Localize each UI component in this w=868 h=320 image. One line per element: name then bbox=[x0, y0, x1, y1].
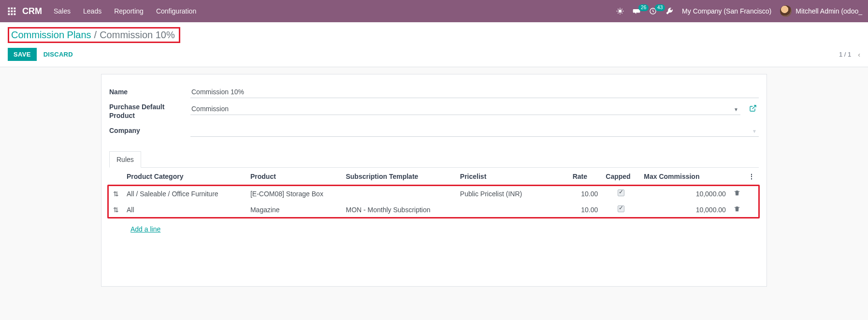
table-row[interactable]: ⇅AllMagazineMON - Monthly Subscription10… bbox=[109, 202, 759, 218]
external-link-icon[interactable] bbox=[747, 104, 759, 114]
row-purchase-product: Purchase Default Product ▼ bbox=[109, 103, 759, 120]
breadcrumb: Commission Plans / Commission 10% bbox=[11, 29, 175, 41]
drag-handle-icon[interactable]: ⇅ bbox=[109, 202, 123, 218]
col-handle bbox=[109, 168, 123, 186]
col-trash bbox=[730, 168, 744, 186]
discard-button[interactable]: DISCARD bbox=[43, 51, 73, 58]
debug-icon[interactable] bbox=[616, 7, 624, 15]
capped-checkbox[interactable] bbox=[618, 189, 624, 196]
menu-reporting[interactable]: Reporting bbox=[114, 7, 144, 15]
trash-icon bbox=[734, 205, 740, 212]
tabs: Rules bbox=[109, 151, 759, 168]
cell-capped[interactable] bbox=[602, 186, 640, 202]
svg-line-11 bbox=[752, 105, 756, 109]
field-company: ▼ bbox=[190, 125, 759, 137]
apps-icon[interactable] bbox=[6, 5, 17, 17]
table-header-row: Product Category Product Subscription Te… bbox=[109, 168, 759, 186]
label-company: Company bbox=[109, 127, 190, 135]
pager: 1 / 1 ‹ bbox=[839, 51, 860, 58]
row-company: Company ▼ bbox=[109, 125, 759, 137]
svg-point-9 bbox=[619, 10, 622, 13]
activities-icon[interactable]: 43 bbox=[649, 7, 657, 15]
svg-rect-4 bbox=[11, 11, 13, 13]
col-capped[interactable]: Capped bbox=[602, 168, 640, 186]
rules-table: Product Category Product Subscription Te… bbox=[109, 168, 759, 241]
messaging-icon[interactable]: 26 bbox=[633, 7, 640, 15]
save-button[interactable]: SAVE bbox=[8, 48, 37, 61]
activities-badge: 43 bbox=[655, 4, 665, 11]
field-name bbox=[190, 86, 759, 98]
menu-configuration[interactable]: Configuration bbox=[156, 7, 196, 15]
cell-subscription-template[interactable]: MON - Monthly Subscription bbox=[342, 202, 456, 218]
breadcrumb-highlight: Commission Plans / Commission 10% bbox=[8, 27, 180, 43]
cell-product[interactable]: Magazine bbox=[246, 202, 342, 218]
company-switcher[interactable]: My Company (San Francisco) bbox=[682, 7, 771, 15]
svg-rect-6 bbox=[8, 14, 10, 15]
cell-pricelist[interactable] bbox=[456, 202, 569, 218]
form-sheet: Name Purchase Default Product ▼ Company bbox=[101, 74, 767, 287]
breadcrumb-sep: / bbox=[94, 29, 97, 41]
purchase-product-input[interactable] bbox=[190, 103, 740, 115]
table-footer-row: Add a line bbox=[109, 218, 759, 241]
capped-checkbox[interactable] bbox=[618, 205, 624, 212]
svg-rect-2 bbox=[14, 8, 16, 10]
cell-pricelist[interactable]: Public Pricelist (INR) bbox=[456, 186, 569, 202]
user-menu[interactable]: Mitchell Admin (odoo_ bbox=[780, 5, 862, 17]
delete-row-icon[interactable] bbox=[730, 186, 744, 202]
svg-rect-3 bbox=[8, 11, 10, 13]
cell-capped[interactable] bbox=[602, 202, 640, 218]
svg-rect-5 bbox=[14, 11, 16, 13]
col-product-category[interactable]: Product Category bbox=[123, 168, 246, 186]
pager-text[interactable]: 1 / 1 bbox=[839, 51, 851, 58]
drag-handle-icon[interactable]: ⇅ bbox=[109, 186, 123, 202]
tools-icon[interactable] bbox=[665, 7, 673, 15]
col-rate[interactable]: Rate bbox=[569, 168, 602, 186]
cell-rate[interactable]: 10.00 bbox=[569, 202, 602, 218]
cell-max-commission[interactable]: 10,000.00 bbox=[640, 202, 730, 218]
label-name: Name bbox=[109, 88, 190, 97]
actions-row: SAVE DISCARD 1 / 1 ‹ bbox=[8, 48, 860, 61]
breadcrumb-current: Commission 10% bbox=[100, 29, 175, 41]
tab-rules[interactable]: Rules bbox=[109, 151, 141, 168]
label-purchase-product: Purchase Default Product bbox=[109, 103, 190, 120]
table-row[interactable]: ⇅All / Saleable / Office Furniture[E-COM… bbox=[109, 186, 759, 202]
main-menu: Sales Leads Reporting Configuration bbox=[54, 7, 196, 15]
col-pricelist[interactable]: Pricelist bbox=[456, 168, 569, 186]
add-line-link[interactable]: Add a line bbox=[127, 221, 164, 237]
delete-row-icon[interactable] bbox=[730, 202, 744, 218]
row-name: Name bbox=[109, 86, 759, 98]
breadcrumb-parent[interactable]: Commission Plans bbox=[11, 29, 91, 41]
col-product[interactable]: Product bbox=[246, 168, 342, 186]
name-input[interactable] bbox=[190, 86, 759, 98]
company-input[interactable] bbox=[190, 125, 759, 137]
sheet-wrap: Name Purchase Default Product ▼ Company bbox=[0, 67, 868, 287]
trash-icon bbox=[734, 189, 740, 196]
svg-rect-8 bbox=[14, 14, 16, 15]
top-nav: CRM Sales Leads Reporting Configuration … bbox=[0, 0, 868, 22]
wrench-icon bbox=[665, 7, 673, 15]
cell-product-category[interactable]: All / Saleable / Office Furniture bbox=[123, 186, 246, 202]
open-external-icon bbox=[749, 104, 757, 112]
col-subscription-template[interactable]: Subscription Template bbox=[342, 168, 456, 186]
control-bar: Commission Plans / Commission 10% SAVE D… bbox=[0, 22, 868, 67]
apps-grid-icon bbox=[7, 7, 16, 15]
cell-product[interactable]: [E-COM08] Storage Box bbox=[246, 186, 342, 202]
col-max-commission[interactable]: Max Commission bbox=[640, 168, 730, 186]
cell-rate[interactable]: 10.00 bbox=[569, 186, 602, 202]
field-purchase-product: ▼ bbox=[190, 103, 759, 115]
col-options-icon[interactable]: ⋮ bbox=[744, 168, 759, 186]
menu-leads[interactable]: Leads bbox=[83, 7, 101, 15]
avatar bbox=[780, 5, 792, 17]
menu-sales[interactable]: Sales bbox=[54, 7, 71, 15]
svg-rect-0 bbox=[8, 8, 10, 10]
rules-table-wrap: Product Category Product Subscription Te… bbox=[109, 168, 759, 241]
cell-max-commission[interactable]: 10,000.00 bbox=[640, 186, 730, 202]
cell-product-category[interactable]: All bbox=[123, 202, 246, 218]
cell-subscription-template[interactable] bbox=[342, 186, 456, 202]
svg-rect-7 bbox=[11, 14, 13, 15]
app-brand[interactable]: CRM bbox=[22, 6, 42, 16]
bug-icon bbox=[616, 7, 624, 15]
svg-rect-1 bbox=[11, 8, 13, 10]
chevron-left-icon[interactable]: ‹ bbox=[858, 51, 860, 58]
user-name: Mitchell Admin (odoo_ bbox=[796, 7, 862, 15]
